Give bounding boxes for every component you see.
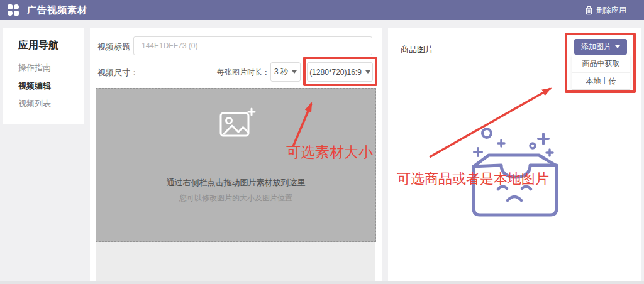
sidebar-item-video-list[interactable]: 视频列表 [18,98,51,109]
annotation-size-hint: 可选素材大小 [286,143,373,162]
page-title: 广告视频素材 [27,4,87,16]
add-image-button[interactable]: 添加图片 [574,39,627,55]
chevron-down-icon [292,70,297,74]
app-header: 广告视频素材 删除应用 [0,0,644,20]
chevron-down-icon [365,70,370,74]
sidebar-item-video-edit[interactable]: 视频编辑 [18,80,51,92]
product-images-label: 商品图片 [401,44,433,55]
image-duration-label: 每张图片时长： [217,67,270,78]
add-image-placeholder-icon [219,107,256,139]
nav-title: 应用导航 [18,39,58,52]
video-title-input[interactable] [133,36,372,55]
sidebar-item-guide[interactable]: 操作指南 [18,62,51,74]
menu-item-local-upload[interactable]: 本地上传 [572,72,630,89]
app-nav-panel: 应用导航 操作指南 视频编辑 视频列表 [3,28,84,124]
menu-item-from-product[interactable]: 商品中获取 [572,55,630,72]
video-editor-panel: 视频标题： 视频尺寸： 每张图片时长： 3 秒 (1280*720)16:9 通… [90,28,382,284]
delete-app-button[interactable]: 删除应用 [585,5,638,16]
bottom-edge-strip [0,281,644,284]
chevron-down-icon [615,45,620,48]
dropzone-hint-line1: 通过右侧栏点击拖动图片素材放到这里 [96,177,375,188]
video-size-label: 视频尺寸： [97,67,138,79]
dropzone-hint-line2: 您可以修改图片的大小及图片位置 [96,193,375,204]
app-window: 广告视频素材 删除应用 应用导航 操作指南 视频编辑 视频列表 视频标题： 视频… [0,0,644,284]
video-title-label: 视频标题： [97,41,138,53]
image-drop-zone[interactable]: 通过右侧栏点击拖动图片素材放到这里 您可以修改图片的大小及图片位置 [96,88,376,242]
annotation-source-hint: 可选商品或者是本地图片 [397,170,549,188]
add-image-dropdown-menu: 商品中获取 本地上传 [572,55,630,90]
timeline-strip [96,242,375,284]
app-logo-icon [8,4,19,16]
video-size-value: (1280*720)16:9 [309,68,362,77]
product-image-panel: 商品图片 添加图片 商品中获取 本地上传 可选商品或者是本地图片 [388,28,641,284]
video-size-select[interactable]: (1280*720)16:9 [307,62,373,82]
duration-value: 3 秒 [274,67,288,77]
duration-select[interactable]: 3 秒 [270,62,301,82]
delete-app-label: 删除应用 [596,5,626,16]
trash-icon [585,6,593,15]
add-image-button-label: 添加图片 [581,41,611,52]
